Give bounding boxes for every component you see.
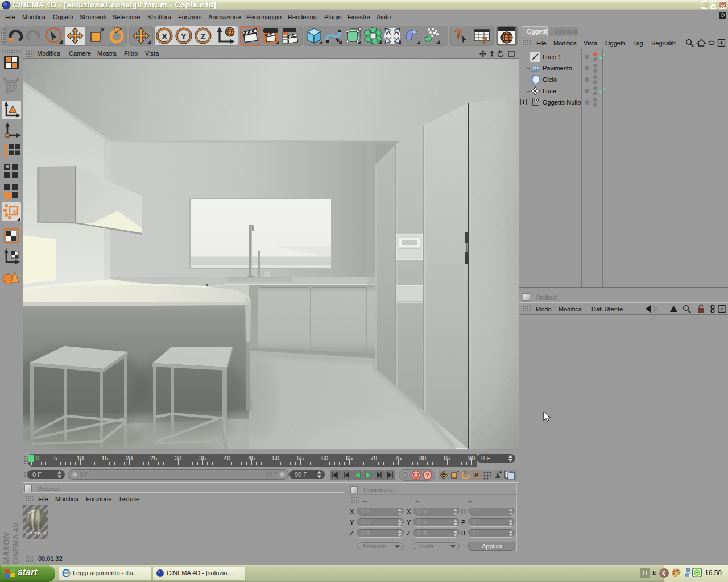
svg-text:Y: Y	[181, 31, 187, 41]
svg-text:VETRO: VETRO	[25, 530, 47, 537]
svg-text:?: ?	[454, 27, 462, 41]
svg-text:?: ?	[482, 36, 487, 45]
svg-text:X: X	[162, 31, 167, 41]
svg-text:P: P	[474, 472, 478, 479]
svg-text:Z: Z	[200, 31, 205, 41]
svg-text:MAXON: MAXON	[1, 532, 11, 564]
svg-text:CINEMA 4D: CINEMA 4D	[11, 522, 20, 564]
svg-text:?: ?	[425, 472, 429, 479]
